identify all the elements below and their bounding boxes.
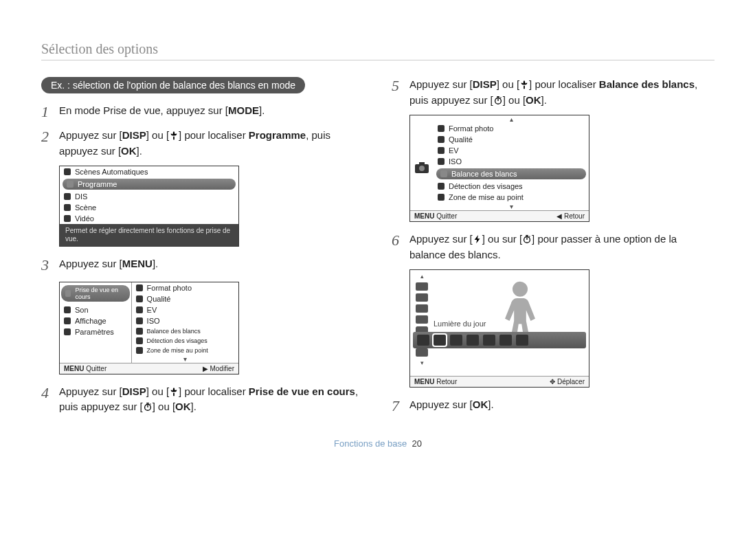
mode-button-label: MODE <box>228 104 259 116</box>
left-icon-column: ▴ ▾ <box>413 273 431 366</box>
arrow-right-icon: ▶ <box>203 365 208 372</box>
ev-icon <box>416 304 428 313</box>
menu-item: Qualité <box>147 295 171 303</box>
mode-hint: Permet de régler directement les fonctio… <box>60 224 238 246</box>
wb-option-label: Lumière du jour <box>434 320 486 328</box>
wb-cloudy-icon <box>450 335 462 346</box>
step-number: 2 <box>41 128 54 159</box>
menu-item: Affichage <box>75 317 106 325</box>
flash-icon <box>473 233 482 243</box>
step-6: 6 Appuyez sur [] ou sur [] pour passer à… <box>392 232 715 262</box>
text: En mode Prise de vue, appuyez sur [ <box>59 104 228 116</box>
step-text: Appuyez sur [OK]. <box>409 397 715 415</box>
wb-daylight-icon <box>434 335 446 346</box>
step-number: 5 <box>392 77 404 108</box>
disp-button-label: DISP <box>122 385 146 397</box>
auto-scene-icon <box>64 168 71 175</box>
step-number: 6 <box>392 232 404 262</box>
gear-icon <box>64 328 71 335</box>
text: ]. <box>137 145 142 157</box>
settings-menu-screenshot: Prise de vue en cours Son Affichage Para… <box>59 282 239 374</box>
format-icon <box>416 282 428 291</box>
macro-icon <box>169 385 179 395</box>
step-number: 1 <box>41 103 54 121</box>
menu-item-selected: Prise de vue en cours <box>75 287 125 300</box>
white-balance-label: Balance des blancs <box>599 78 695 90</box>
menu-item: Balance des blancs <box>147 328 201 335</box>
menu-btn-label: MENU <box>414 378 434 385</box>
menu-item: EV <box>147 306 157 314</box>
step-7: 7 Appuyez sur [OK]. <box>392 397 715 415</box>
step-text: Appuyez sur [DISP] ou [] pour localiser … <box>59 128 364 159</box>
footer-action: Quitter <box>436 212 457 220</box>
menu-btn-label: MENU <box>414 212 434 220</box>
mode-menu-screenshot: Scènes Automatiques Programme DIS Scène … <box>59 166 239 247</box>
menu-item: ISO <box>449 157 462 166</box>
camera-icon <box>65 290 71 297</box>
text: Appuyez sur [ <box>409 399 473 410</box>
menu-item: Vidéo <box>75 214 94 223</box>
step-text: Appuyez sur [DISP] ou [] pour localiser … <box>409 77 715 108</box>
text: Appuyez sur [ <box>409 78 473 90</box>
menu-item: Format photo <box>147 284 192 292</box>
text: ]. <box>488 399 493 410</box>
page-number: 20 <box>412 438 422 449</box>
wb-fluorescent-l-icon <box>483 335 495 346</box>
step-text: Appuyez sur [DISP] ou [] pour localiser … <box>59 384 364 415</box>
text: ]. <box>191 401 196 412</box>
iso-icon <box>416 315 428 324</box>
ev-icon <box>438 147 445 154</box>
timer-icon <box>493 94 503 104</box>
text: Appuyez sur [ <box>59 129 122 141</box>
camera-icon <box>67 181 74 188</box>
ev-icon <box>136 306 143 313</box>
svg-point-4 <box>419 166 425 171</box>
wb-icon <box>440 170 447 177</box>
arrow-left-icon: ◀ <box>556 212 562 220</box>
step-text: Appuyez sur [] ou sur [] pour passer à u… <box>409 232 715 262</box>
text: Appuyez sur [ <box>59 385 122 397</box>
menu-item-selected: Programme <box>78 180 117 188</box>
text: Appuyez sur [ <box>409 233 473 245</box>
menu-item: Détection des visages <box>147 337 207 344</box>
section-header: Sélection des options <box>41 41 715 60</box>
programme-label: Programme <box>249 129 306 141</box>
menu-item: Format photo <box>449 124 493 133</box>
text: ] ou [ <box>146 129 169 141</box>
menu-item-selected: Balance des blancs <box>451 170 517 178</box>
menu-item: Son <box>75 306 89 314</box>
text: ] ou [ <box>497 78 519 90</box>
step-number: 7 <box>392 397 404 415</box>
sound-icon <box>64 306 71 313</box>
step-text: Appuyez sur [MENU]. <box>59 256 364 274</box>
macro-icon <box>519 78 529 88</box>
wb-custom-icon <box>516 335 528 346</box>
shooting-settings-screenshot: Format photo Qualité EV ISO Balance des … <box>409 115 589 222</box>
ok-button-label: OK <box>121 145 137 157</box>
svg-rect-3 <box>419 162 425 165</box>
menu-item: Zone de mise au point <box>449 193 524 201</box>
focus-zone-icon <box>416 348 428 357</box>
text: ] ou [ <box>146 385 169 397</box>
quality-icon <box>136 295 143 302</box>
disp-button-label: DISP <box>122 129 146 141</box>
footer-action: Quitter <box>86 365 106 372</box>
wb-icon <box>136 328 143 335</box>
macro-icon <box>169 129 179 139</box>
wb-fluorescent-h-icon <box>466 335 479 346</box>
text: ] pour localiser <box>179 129 249 141</box>
text: ] ou [ <box>503 94 526 106</box>
quality-icon <box>416 293 428 302</box>
step-number: 3 <box>41 256 54 274</box>
dis-icon <box>64 193 71 200</box>
iso-icon <box>136 317 143 324</box>
menu-item: Zone de mise au point <box>147 347 208 354</box>
disp-button-label: DISP <box>473 78 497 90</box>
text: ] pour localiser <box>179 385 249 397</box>
iso-icon <box>438 158 445 165</box>
format-icon <box>438 125 445 132</box>
footer-action: Modifier <box>210 365 234 372</box>
move-icon: ✥ <box>550 378 555 385</box>
ok-button-label: OK <box>473 399 488 410</box>
scene-icon <box>64 204 71 211</box>
